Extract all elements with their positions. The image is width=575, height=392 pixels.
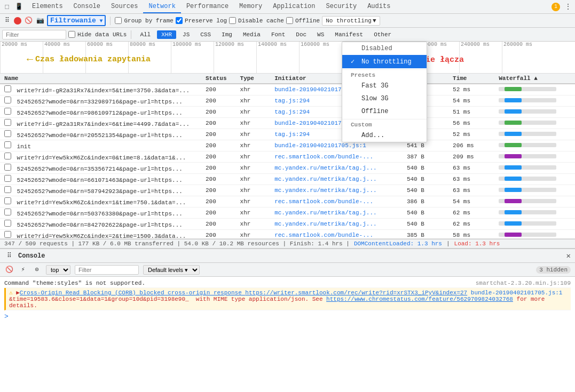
hide-data-urls-checkbox[interactable]: Hide data URLs	[68, 31, 127, 38]
col-header-type[interactable]: Type	[236, 74, 271, 84]
drag-handle-icon[interactable]: ⠿	[2, 16, 12, 26]
table-row[interactable]: write?rid=Yew5kxM6Zc&index=1&time=750.1&…	[0, 196, 575, 207]
row-checkbox[interactable]	[4, 85, 11, 92]
filter-tab-media[interactable]: Media	[239, 30, 265, 39]
record-button[interactable]	[14, 17, 21, 25]
table-row[interactable]: 52452652?wmode=0&rn=205521354&page-url=h…	[0, 129, 575, 140]
col-header-time[interactable]: Time	[448, 74, 494, 84]
filter-tab-css[interactable]: CSS	[196, 30, 215, 39]
chromestatus-link[interactable]: https://www.chromestatus.com/feature/562…	[326, 296, 513, 302]
tab-memory[interactable]: Memory	[234, 1, 267, 13]
filter-tab-doc[interactable]: Doc	[292, 30, 311, 39]
initiator-link[interactable]: mc.yandex.ru/metrika/tag.j...	[274, 176, 376, 182]
console-prompt[interactable]: >	[4, 310, 571, 321]
table-row[interactable]: write?rid=Yew5kxM6Zc&index=0&time=8.1&da…	[0, 151, 575, 163]
inspect-icon[interactable]: ⬚	[2, 2, 12, 12]
throttle-dropdown[interactable]: No throttling ▼	[322, 16, 380, 26]
offline-checkbox[interactable]: Offline	[286, 17, 320, 24]
console-levels-select[interactable]: Default levels ▾	[143, 265, 200, 275]
table-row[interactable]: 52452652?wmode=0&rn=503763380&page-url=h…	[0, 207, 575, 219]
console-close-button[interactable]: ✕	[566, 251, 571, 260]
tab-elements[interactable]: Elements	[27, 1, 68, 13]
filter-tab-js[interactable]: JS	[178, 30, 194, 39]
initiator-link[interactable]: rec.smartlook.com/bundle-...	[274, 232, 373, 238]
row-checkbox[interactable]	[4, 220, 11, 227]
initiator-link[interactable]: mc.yandex.ru/metrika/tag.j...	[274, 221, 376, 227]
initiator-link[interactable]: bundle-20190402101705.js:1	[274, 142, 366, 149]
console-eye-icon[interactable]: ⊙	[32, 265, 42, 275]
camera-icon[interactable]: 📷	[35, 16, 45, 26]
dropdown-item-slow3g[interactable]: Slow 3G	[342, 92, 427, 105]
more-options-icon[interactable]: ⋮	[563, 2, 573, 12]
table-row[interactable]: 52452652?wmode=0&rn=332989716&page-url=h…	[0, 95, 575, 107]
console-clear-icon[interactable]: 🚫	[4, 265, 14, 275]
row-checkbox[interactable]	[4, 197, 11, 204]
timeline-mark-5: 100000 ms	[171, 42, 201, 73]
filter-tab-manifest[interactable]: Manifest	[330, 30, 367, 39]
row-checkbox[interactable]	[4, 119, 11, 126]
initiator-link[interactable]: tag.js:294	[274, 109, 310, 115]
initiator-link[interactable]: mc.yandex.ru/metrika/tag.j...	[274, 165, 376, 171]
dropdown-item-add[interactable]: Add...	[342, 129, 427, 142]
tab-performance[interactable]: Performance	[181, 1, 234, 13]
network-table-container[interactable]: Name Status Type Initiator Size Time Wat…	[0, 74, 575, 239]
dropdown-item-fast3g[interactable]: Fast 3G	[342, 79, 427, 92]
tab-network[interactable]: Network	[143, 1, 180, 13]
clear-button[interactable]: 🚫	[23, 16, 33, 26]
filter-tab-img[interactable]: Img	[217, 30, 237, 39]
tab-audits[interactable]: Audits	[362, 1, 396, 13]
filter-tab-other[interactable]: Other	[369, 30, 396, 39]
initiator-link[interactable]: mc.yandex.ru/metrika/tag.j...	[274, 187, 376, 194]
tab-console[interactable]: Console	[68, 1, 106, 13]
row-checkbox[interactable]	[4, 164, 11, 171]
row-checkbox[interactable]	[4, 97, 11, 103]
filter-button[interactable]: Filtrowanie ▼	[47, 15, 106, 26]
filter-tab-font[interactable]: Font	[267, 30, 289, 39]
filter-tab-xhr[interactable]: XHR	[157, 30, 176, 39]
row-checkbox[interactable]	[4, 175, 11, 182]
initiator-link[interactable]: rec.smartlook.com/bundle-...	[274, 198, 373, 205]
filter-tab-all[interactable]: All	[136, 30, 155, 39]
dropdown-item-offline[interactable]: Offline	[342, 105, 427, 118]
tab-security[interactable]: Security	[321, 1, 363, 13]
console-play-icon[interactable]: ⚡	[18, 265, 28, 275]
table-row[interactable]: 52452652?wmode=0&rn=353567214&page-url=h…	[0, 163, 575, 174]
row-checkbox[interactable]	[4, 186, 11, 193]
group-by-frame-checkbox[interactable]: Group by frame	[115, 17, 173, 24]
table-row[interactable]: 52452652?wmode=0&rn=587942923&page-url=h…	[0, 185, 575, 196]
bundle-link[interactable]: bundle-20190402101705.js:1	[471, 290, 563, 296]
col-header-status[interactable]: Status	[201, 74, 236, 84]
preserve-log-checkbox[interactable]: Preserve log	[176, 17, 227, 24]
device-icon[interactable]: 📱	[14, 2, 23, 12]
table-row[interactable]: 52452652?wmode=0&rn=842702622&page-url=h…	[0, 219, 575, 230]
table-row[interactable]: write?rid=-gR2a31Rx7&index=6&time=4499.7…	[0, 118, 575, 129]
tab-application[interactable]: Application	[267, 1, 320, 13]
disable-cache-checkbox[interactable]: Disable cache	[229, 17, 284, 24]
table-row[interactable]: init 200 xhr bundle-20190402101705.js:1 …	[0, 140, 575, 151]
initiator-link[interactable]: rec.smartlook.com/bundle-...	[274, 154, 373, 160]
initiator-link[interactable]: tag.js:294	[274, 131, 310, 138]
row-checkbox[interactable]	[4, 130, 11, 137]
corb-link[interactable]: Cross-Origin Read Blocking (CORB) blocke…	[20, 290, 467, 296]
dropdown-item-disabled[interactable]: Disabled	[342, 42, 427, 55]
dropdown-item-no-throttling[interactable]: ✓ No throttling	[342, 55, 427, 68]
console-drag-icon[interactable]: ⠿	[4, 251, 14, 261]
table-row[interactable]: 52452652?wmode=0&rn=661071463&page-url=h…	[0, 174, 575, 185]
table-row[interactable]: write?rid=-gR2a31Rx7&index=5&time=3750.3…	[0, 84, 575, 95]
row-checkbox[interactable]	[4, 231, 11, 238]
table-row[interactable]: 52452652?wmode=0&rn=986109712&page-url=h…	[0, 107, 575, 118]
initiator-link[interactable]: mc.yandex.ru/metrika/tag.j...	[274, 210, 376, 216]
table-row[interactable]: write?rid=Yew5kxM6Zc&index=2&time=1500.3…	[0, 230, 575, 239]
row-checkbox[interactable]	[4, 153, 11, 159]
initiator-link[interactable]: tag.js:294	[274, 98, 310, 104]
filter-tab-ws[interactable]: WS	[313, 30, 328, 39]
row-checkbox[interactable]	[4, 209, 11, 215]
row-checkbox[interactable]	[4, 108, 11, 115]
col-header-name[interactable]: Name	[0, 74, 201, 84]
col-header-waterfall[interactable]: Waterfall ▲	[494, 74, 575, 84]
tab-sources[interactable]: Sources	[106, 1, 143, 13]
console-filter-input[interactable]	[75, 265, 139, 275]
row-checkbox[interactable]	[4, 141, 11, 148]
console-context-select[interactable]: top	[46, 265, 70, 275]
filter-input[interactable]	[2, 30, 66, 39]
